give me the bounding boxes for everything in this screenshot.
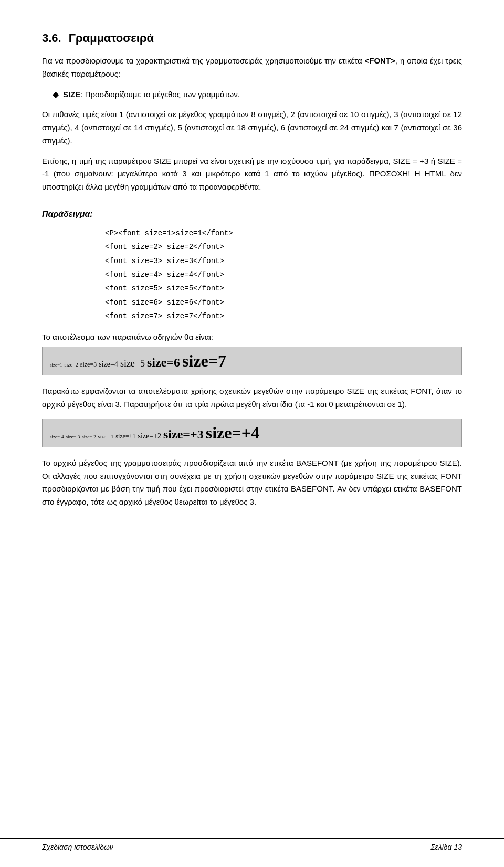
section-heading: 3.6. Γραμματοσειρά: [42, 32, 462, 45]
paragraph-1: Οι πιθανές τιμές είναι 1 (αντιστοιχεί σε…: [42, 108, 462, 147]
font-tag: <FONT>: [364, 56, 395, 65]
size-bullet: ◆ SIZE: Προσδιορίζουμε το μέγεθος των γρ…: [52, 88, 462, 101]
rel-size-p3: size=+3: [163, 427, 204, 442]
code-line-6: <font size=6> size=6</font>: [105, 297, 462, 308]
footer: Σχεδίαση ιστοσελίδων Σελίδα 13: [0, 838, 504, 851]
result-size-7: size=7: [182, 351, 226, 371]
code-line-7: <font size=7> size=7</font>: [105, 310, 462, 322]
page-container: 3.6. Γραμματοσειρά Για να προσδιορίσουμε…: [0, 0, 504, 867]
footer-right: Σελίδα 13: [430, 843, 462, 851]
code-line-2: <font size=2> size=2</font>: [105, 241, 462, 253]
section-title-text: Γραμματοσειρά: [69, 32, 154, 45]
result-box-2: size=-4 size=-3 size=-2 size=-1 size=+1 …: [42, 419, 462, 447]
rel-size-m2: size=-2: [82, 434, 96, 440]
rel-size-m4: size=-4: [50, 434, 64, 440]
intro-paragraph: Για να προσδιορίσουμε τα χαρακτηριστικά …: [42, 55, 462, 81]
section-number: 3.6.: [42, 32, 61, 45]
code-line-1: <P><font size=1>size=1</font>: [105, 227, 462, 239]
rel-size-m3: size=-3: [66, 434, 80, 440]
code-section: <P><font size=1>size=1</font> <font size…: [42, 227, 462, 322]
result-size-6: size=6: [147, 356, 180, 370]
code-line-3: <font size=3> size=3</font>: [105, 255, 462, 267]
paragraph-3-text: Παρακάτω εμφανίζονται τα αποτελέσματα χρ…: [42, 387, 462, 409]
size-bullet-text: SIZE: Προσδιορίζουμε το μέγεθος των γραμ…: [63, 88, 240, 101]
bullet-symbol: ◆: [52, 89, 59, 99]
code-line-4: <font size=4> size=4</font>: [105, 269, 462, 280]
result-size-3: size=3: [80, 361, 97, 369]
result-size-5: size=5: [120, 358, 145, 369]
rel-size-m1: size=-1: [98, 434, 114, 440]
size-label: SIZE: [63, 90, 80, 99]
code-line-5: <font size=5> size=5</font>: [105, 283, 462, 294]
rel-size-p1: size=+1: [116, 433, 135, 441]
intro-text-1: Για να προσδιορίσουμε τα χαρακτηριστικά …: [42, 56, 364, 65]
paragraph-4: Το αρχικό μέγεθος της γραμματοσειράς προ…: [42, 457, 462, 509]
result-intro: Το αποτέλεσμα των παραπάνω οδηγιών θα εί…: [42, 332, 462, 341]
result-box-1: size=1 size=2 size=3 size=4 size=5 size=…: [42, 347, 462, 375]
example-label: Παράδειγμα:: [42, 210, 462, 219]
rel-size-p2: size=+2: [138, 432, 161, 441]
result-size-1: size=1: [50, 362, 62, 368]
size-desc: : Προσδιορίζουμε το μέγεθος των γραμμάτω…: [80, 90, 240, 99]
result-size-4: size=4: [99, 360, 118, 369]
result-size-2: size=2: [65, 362, 78, 368]
paragraph-2: Επίσης, η τιμή της παραμέτρου SIZE μπορε…: [42, 155, 462, 194]
paragraph-3: Παρακάτω εμφανίζονται τα αποτελέσματα χρ…: [42, 385, 462, 411]
footer-left: Σχεδίαση ιστοσελίδων: [42, 843, 113, 851]
rel-size-p4: size=+4: [206, 423, 259, 443]
